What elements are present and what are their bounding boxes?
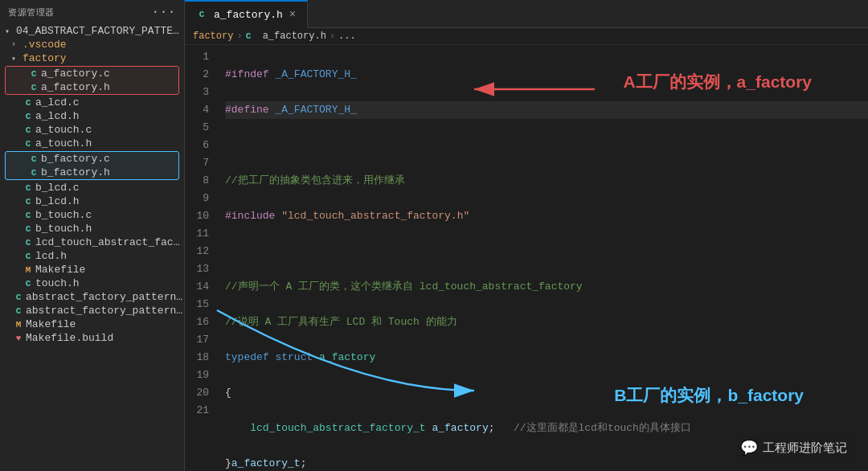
tab-close-button[interactable]: × <box>288 8 297 21</box>
breadcrumb-file: C a_factory.h <box>246 31 326 42</box>
c-icon: C <box>21 279 35 289</box>
sidebar-item-abstract-h[interactable]: C abstract_factory_pattern.h <box>0 304 184 317</box>
watermark: 💬 工程师进阶笔记 <box>734 436 854 460</box>
heart-icon: ♥ <box>11 334 26 343</box>
breadcrumb: factory › C a_factory.h › ... <box>185 28 868 45</box>
b-factory-c-label: b_factory.c <box>41 153 110 165</box>
b-factory-h-label: b_factory.h <box>41 166 110 178</box>
sidebar-item-abstract-c[interactable]: C abstract_factory_pattern.c <box>0 290 184 304</box>
sidebar-item-a-factory-h[interactable]: C a_factory.h <box>6 80 178 94</box>
breadcrumb-sep2: › <box>330 31 335 42</box>
sidebar-item-a-factory-c[interactable]: C a_factory.c <box>6 67 178 80</box>
sidebar-item-b-lcd-c[interactable]: C b_lcd.c <box>0 181 184 195</box>
root-label: 04_ABSTRACT_FACTORY_PATTERN [SSH: 192.16… <box>16 25 184 37</box>
sidebar-item-makefile-root[interactable]: M Makefile <box>0 317 184 331</box>
a-factory-h-label: a_factory.h <box>41 81 110 93</box>
root-arrow: ▾ <box>5 27 16 36</box>
b-lcd-c-label: b_lcd.c <box>35 182 80 194</box>
tree-root[interactable]: ▾ 04_ABSTRACT_FACTORY_PATTERN [SSH: 192.… <box>0 24 184 38</box>
sidebar-item-b-factory-h[interactable]: C b_factory.h <box>6 166 178 179</box>
factory-label: factory <box>23 52 67 64</box>
active-tab[interactable]: C a_factory.h × <box>185 0 308 28</box>
c-icon: C <box>21 224 35 234</box>
m-icon: M <box>11 320 26 330</box>
c-icon: C <box>21 125 35 135</box>
blue-highlight-group: C b_factory.c C b_factory.h <box>5 151 179 180</box>
wechat-icon: 💬 <box>740 439 758 457</box>
sidebar-item-vscode[interactable]: › .vscode <box>0 38 184 51</box>
sidebar-item-lcd-touch-abstract[interactable]: C lcd_touch_abstract_factory.h <box>0 236 184 249</box>
sidebar-header: 资源管理器 ··· <box>0 0 184 24</box>
c-icon: C <box>21 98 35 108</box>
c-icon: C <box>27 168 41 178</box>
c-icon: C <box>27 154 41 164</box>
sidebar-item-a-touch-c[interactable]: C a_touch.c <box>0 123 184 137</box>
a-lcd-h-label: a_lcd.h <box>35 110 80 122</box>
sidebar-menu-button[interactable]: ··· <box>152 5 176 19</box>
a-lcd-c-label: a_lcd.c <box>35 96 80 109</box>
line-numbers: 12345 678910 1112131415 1617181920 21 <box>185 45 219 471</box>
c-icon: C <box>21 112 35 121</box>
c-icon: C <box>11 306 26 316</box>
c-icon: C <box>21 252 35 261</box>
c-icon: C <box>27 69 41 79</box>
vscode-arrow: › <box>11 40 23 49</box>
sidebar-item-makefile-inner[interactable]: M Makefile <box>0 263 184 276</box>
touch-h-label: touch.h <box>35 277 80 289</box>
breadcrumb-sep1: › <box>236 31 242 42</box>
m-icon: M <box>21 265 35 275</box>
sidebar-item-b-factory-c[interactable]: C b_factory.c <box>6 152 178 166</box>
makefile-inner-label: Makefile <box>35 264 85 276</box>
b-touch-h-label: b_touch.h <box>35 223 92 235</box>
abstract-c-label: abstract_factory_pattern.c <box>26 291 184 303</box>
sidebar-item-makefile-build[interactable]: ♥ Makefile.build <box>0 331 184 345</box>
tab-label: a_factory.h <box>214 9 283 21</box>
a-touch-c-label: a_touch.c <box>35 124 92 136</box>
sidebar-item-a-lcd-h[interactable]: C a_lcd.h <box>0 109 184 123</box>
b-touch-c-label: b_touch.c <box>35 209 92 221</box>
editor-content: 12345 678910 1112131415 1617181920 21 #i… <box>185 45 868 471</box>
lcd-h-label: lcd.h <box>35 250 67 262</box>
red-highlight-group: C a_factory.c C a_factory.h <box>5 66 179 95</box>
sidebar-item-touch-h[interactable]: C touch.h <box>0 276 184 290</box>
abstract-h-label: abstract_factory_pattern.h <box>26 305 184 317</box>
tab-c-icon: C <box>194 10 209 19</box>
factory-arrow: ▾ <box>11 54 23 63</box>
a-touch-h-label: a_touch.h <box>35 137 92 149</box>
makefile-root-label: Makefile <box>26 318 76 330</box>
file-tree: ▾ 04_ABSTRACT_FACTORY_PATTERN [SSH: 192.… <box>0 24 184 471</box>
c-icon: C <box>21 238 35 248</box>
sidebar-item-b-lcd-h[interactable]: C b_lcd.h <box>0 195 184 208</box>
sidebar-item-b-touch-c[interactable]: C b_touch.c <box>0 208 184 222</box>
sidebar-item-a-lcd-c[interactable]: C a_lcd.c <box>0 96 184 109</box>
c-icon: C <box>21 211 35 220</box>
sidebar: 资源管理器 ··· ▾ 04_ABSTRACT_FACTORY_PATTERN … <box>0 0 185 471</box>
c-icon: C <box>21 183 35 193</box>
sidebar-title: 资源管理器 <box>8 6 55 18</box>
c-icon: C <box>27 83 41 92</box>
code-area[interactable]: #ifndef _A_FACTORY_H_ #define _A_FACTORY… <box>219 45 868 471</box>
c-icon: C <box>21 197 35 207</box>
sidebar-item-a-touch-h[interactable]: C a_touch.h <box>0 137 184 150</box>
lcd-touch-abstract-label: lcd_touch_abstract_factory.h <box>35 236 184 248</box>
editor-area: C a_factory.h × factory › C a_factory.h … <box>185 0 868 471</box>
watermark-text: 工程师进阶笔记 <box>763 440 847 456</box>
b-lcd-h-label: b_lcd.h <box>35 195 80 207</box>
sidebar-item-b-touch-h[interactable]: C b_touch.h <box>0 222 184 236</box>
a-factory-c-label: a_factory.c <box>41 68 110 80</box>
c-icon: C <box>21 139 35 149</box>
breadcrumb-ellipsis: ... <box>338 31 356 42</box>
makefile-build-label: Makefile.build <box>26 332 113 344</box>
vscode-label: .vscode <box>23 39 67 51</box>
sidebar-item-factory[interactable]: ▾ factory <box>0 51 184 65</box>
sidebar-item-lcd-h[interactable]: C lcd.h <box>0 249 184 263</box>
tab-bar: C a_factory.h × <box>185 0 868 28</box>
breadcrumb-factory: factory <box>193 31 233 42</box>
c-icon: C <box>11 293 26 302</box>
